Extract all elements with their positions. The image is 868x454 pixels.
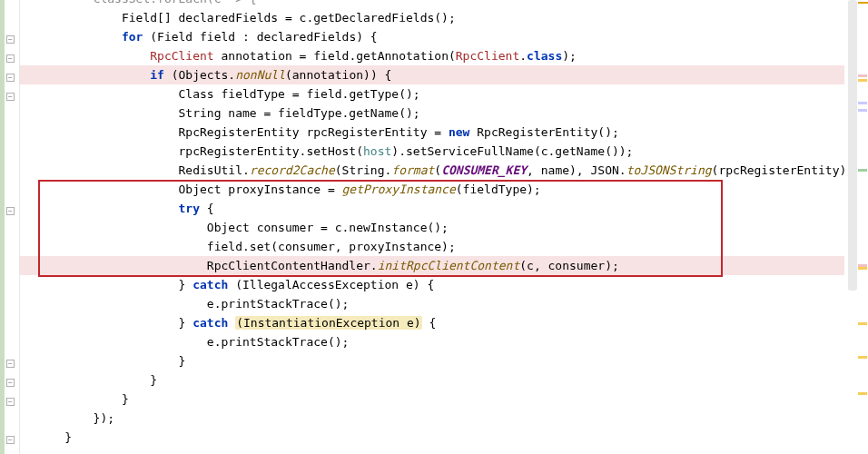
code-line[interactable]: } bbox=[36, 351, 844, 370]
error-stripe-mark[interactable] bbox=[858, 322, 867, 325]
code-line[interactable]: for (Field field : declaredFields) { bbox=[36, 27, 844, 46]
inspections-icon[interactable] bbox=[858, 2, 868, 5]
fold-toggle-icon[interactable]: − bbox=[6, 35, 15, 44]
error-stripe-mark[interactable] bbox=[858, 169, 867, 172]
code-line[interactable]: Class fieldType = field.getType(); bbox=[36, 84, 844, 104]
code-line[interactable]: if (Objects.nonNull(annotation)) { bbox=[36, 65, 844, 84]
code-line[interactable]: classSet.forEach(c -> { bbox=[36, 0, 844, 8]
code-line[interactable]: } bbox=[36, 428, 844, 447]
code-area[interactable]: classSet.forEach(c -> { Field[] declared… bbox=[20, 0, 844, 454]
fold-toggle-icon[interactable]: − bbox=[6, 379, 15, 387]
code-line[interactable]: e.printStackTrace(); bbox=[36, 332, 844, 351]
code-line[interactable]: } catch (InstantiationException e) { bbox=[36, 313, 844, 332]
fold-toggle-icon[interactable]: − bbox=[6, 93, 15, 101]
fold-toggle-icon[interactable]: − bbox=[6, 74, 15, 82]
error-stripe-mark[interactable] bbox=[858, 102, 867, 104]
code-line[interactable]: RedisUtil.record2Cache(String.format(CON… bbox=[36, 161, 844, 180]
error-stripe[interactable] bbox=[857, 0, 868, 454]
vcs-change-marker[interactable] bbox=[0, 0, 5, 454]
fold-toggle-icon[interactable]: − bbox=[6, 436, 15, 444]
code-line[interactable]: Object proxyInstance = getProxyInstance(… bbox=[36, 180, 844, 199]
code-line[interactable]: } bbox=[36, 390, 844, 409]
code-line[interactable]: String name = fieldType.getName(); bbox=[36, 104, 844, 123]
code-line[interactable]: }); bbox=[36, 409, 844, 428]
code-line[interactable]: try { bbox=[36, 199, 844, 218]
code-line[interactable]: } bbox=[36, 370, 844, 390]
error-stripe-mark[interactable] bbox=[858, 267, 867, 270]
code-line[interactable]: Field[] declaredFields = c.getDeclaredFi… bbox=[36, 8, 844, 27]
error-stripe-mark[interactable] bbox=[858, 109, 867, 112]
error-stripe-mark[interactable] bbox=[858, 74, 867, 77]
code-line[interactable]: e.printStackTrace(); bbox=[36, 294, 844, 313]
code-line[interactable]: RpcRegisterEntity rpcRegisterEntity = ne… bbox=[36, 123, 844, 142]
code-line[interactable]: } catch (IllegalAccessException e) { bbox=[36, 275, 844, 294]
code-line[interactable]: RpcClientContentHandler.initRpcClientCon… bbox=[36, 256, 844, 275]
code-line[interactable]: rpcRegisterEntity.setHost(host).setServi… bbox=[36, 142, 844, 161]
error-stripe-mark[interactable] bbox=[858, 392, 867, 395]
gutter[interactable]: −−−−−−−−− bbox=[0, 0, 20, 454]
error-stripe-mark[interactable] bbox=[858, 356, 867, 359]
code-line[interactable]: Object consumer = c.newInstance(); bbox=[36, 218, 844, 237]
code-line[interactable]: field.set(consumer, proxyInstance); bbox=[36, 237, 844, 256]
fold-toggle-icon[interactable]: − bbox=[6, 360, 15, 368]
fold-toggle-icon[interactable]: − bbox=[6, 54, 15, 63]
scrollbar-thumb[interactable] bbox=[848, 0, 857, 291]
fold-toggle-icon[interactable]: − bbox=[6, 398, 15, 406]
code-editor[interactable]: −−−−−−−−− classSet.forEach(c -> { Field[… bbox=[0, 0, 844, 454]
code-line[interactable]: RpcClient annotation = field.getAnnotati… bbox=[36, 46, 844, 65]
fold-toggle-icon[interactable]: − bbox=[6, 207, 15, 215]
error-stripe-mark[interactable] bbox=[858, 79, 867, 82]
